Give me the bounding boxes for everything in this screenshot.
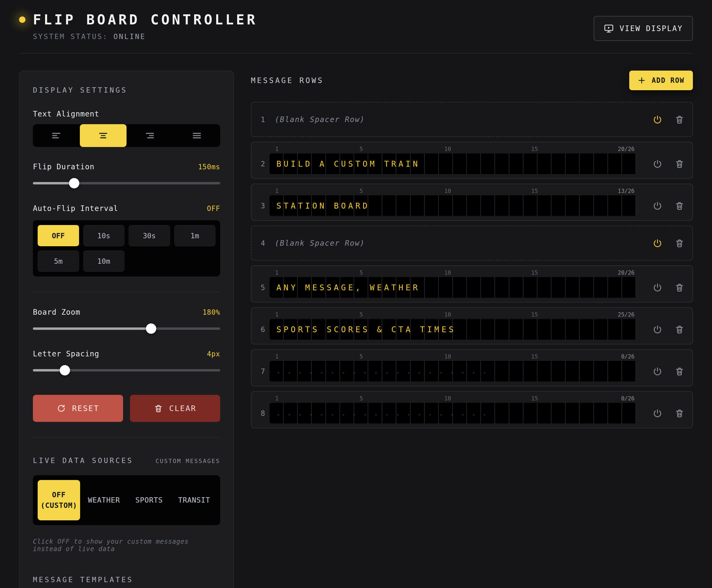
board-zoom-label: Board Zoom (33, 308, 80, 317)
row-delete-button[interactable] (675, 324, 685, 334)
clear-button[interactable]: CLEAR (130, 395, 220, 422)
ruler-mark: 10 (444, 395, 451, 402)
auto-flip-value: OFF (207, 205, 220, 212)
message-rows-title: MESSAGE ROWS (251, 76, 324, 85)
slider-thumb[interactable] (69, 178, 79, 188)
message-text-input[interactable]: BUILD A CUSTOM TRAIN (269, 153, 636, 174)
row-delete-button[interactable] (675, 201, 685, 211)
row-power-toggle[interactable] (652, 201, 662, 211)
ruler-mark: 1 (275, 146, 279, 152)
row-power-toggle[interactable] (652, 159, 662, 169)
message-text-input[interactable]: SPORTS SCORES & CTA TIMES (269, 319, 636, 340)
interval-10m-button[interactable]: 10m (83, 251, 125, 272)
row-number: 3 (261, 202, 265, 210)
row-delete-button[interactable] (675, 366, 685, 376)
row-delete-button[interactable] (675, 159, 685, 169)
row-delete-button[interactable] (675, 408, 685, 418)
source-weather-button[interactable]: WEATHER (83, 480, 125, 520)
message-text: ANY MESSAGE, WEATHER (276, 283, 420, 292)
reset-label: RESET (72, 404, 99, 413)
align-center-icon (98, 130, 108, 141)
align-left-button[interactable] (33, 124, 80, 147)
power-icon (652, 282, 662, 292)
char-count: 0/26 (621, 353, 634, 360)
source-off-custom-button[interactable]: OFF (CUSTOM) (38, 480, 80, 520)
slider-fill (33, 182, 74, 184)
message-text-input[interactable]: . . . . . . . . . . . . . . . . . . . . (269, 403, 636, 423)
system-status-value: ONLINE (113, 33, 146, 41)
flip-duration-slider[interactable] (33, 177, 220, 189)
row-number: 5 (261, 284, 265, 292)
ruler-mark: 1 (275, 353, 279, 360)
interval-off-button[interactable]: OFF (38, 225, 79, 246)
row-number: 4 (256, 239, 269, 247)
source-sports-button[interactable]: SPORTS (128, 480, 170, 520)
row-power-toggle[interactable] (652, 366, 662, 376)
header-left: FLIP BOARD CONTROLLER SYSTEM STATUS: ONL… (19, 12, 257, 41)
slider-thumb[interactable] (146, 323, 156, 334)
letter-spacing-slider[interactable] (33, 364, 220, 376)
align-right-button[interactable] (127, 124, 173, 147)
message-row: 1510150/268. . . . . . . . . . . . . . .… (251, 391, 693, 428)
board-zoom-slider[interactable] (33, 323, 220, 334)
section-divider (33, 437, 220, 438)
reset-button[interactable]: RESET (33, 395, 123, 422)
text-alignment-group (33, 124, 220, 147)
message-text-input[interactable]: STATION BOARD (269, 195, 636, 216)
power-icon (652, 159, 662, 169)
ruler-mark: 15 (531, 312, 538, 318)
flip-duration-value: 150ms (198, 163, 220, 171)
live-data-title: LIVE DATA SOURCES (33, 456, 133, 465)
message-templates-title: MESSAGE TEMPLATES (33, 575, 220, 584)
auto-flip-interval-group: OFF10s30s1m5m10m (33, 220, 220, 276)
trash-icon (675, 114, 685, 124)
ruler-mark: 10 (444, 270, 451, 276)
message-text-input[interactable]: . . . . . . . . . . . . . . . . . . . . (269, 361, 636, 382)
ruler-mark: 15 (531, 146, 538, 152)
align-justify-button[interactable] (173, 124, 220, 147)
char-count: 20/26 (618, 146, 634, 152)
row-number: 1 (256, 115, 269, 124)
character-ruler: 1510150/26 (269, 352, 636, 361)
ruler-mark: 5 (360, 353, 363, 360)
live-data-hint: Click OFF to show your custom messages i… (33, 538, 220, 553)
power-icon (652, 238, 662, 248)
row-power-toggle[interactable] (652, 324, 662, 334)
add-row-button[interactable]: ADD ROW (629, 70, 693, 90)
interval-10s-button[interactable]: 10s (83, 225, 125, 246)
align-justify-icon (192, 130, 202, 141)
ruler-mark: 10 (444, 188, 451, 194)
row-power-toggle[interactable] (652, 408, 662, 418)
source-transit-button[interactable]: TRANSIT (173, 480, 215, 520)
char-count: 0/26 (621, 395, 634, 402)
row-power-toggle[interactable] (652, 114, 662, 124)
align-center-button[interactable] (80, 124, 127, 147)
character-ruler: 1510150/26 (269, 394, 636, 403)
trash-icon (675, 282, 685, 292)
ruler-mark: 15 (531, 270, 538, 276)
view-display-button[interactable]: VIEW DISPLAY (594, 16, 693, 41)
char-count: 13/26 (618, 188, 634, 194)
row-delete-button[interactable] (675, 238, 685, 248)
header-divider (19, 53, 693, 54)
character-ruler: 15101520/26 (269, 268, 636, 277)
power-icon (652, 201, 662, 211)
interval-30s-button[interactable]: 30s (129, 225, 170, 246)
message-text-input[interactable]: ANY MESSAGE, WEATHER (269, 277, 636, 298)
ruler-mark: 1 (275, 312, 279, 318)
app-header: FLIP BOARD CONTROLLER SYSTEM STATUS: ONL… (19, 12, 693, 41)
row-power-toggle[interactable] (652, 282, 662, 292)
row-number: 6 (261, 325, 265, 334)
interval-1m-button[interactable]: 1m (174, 225, 216, 246)
slider-thumb[interactable] (60, 365, 70, 376)
row-delete-button[interactable] (675, 114, 685, 124)
ruler-mark: 5 (360, 312, 363, 318)
interval-5m-button[interactable]: 5m (38, 251, 79, 272)
character-ruler: 15101525/26 (269, 310, 636, 319)
character-ruler: 15101520/26 (269, 144, 636, 153)
row-delete-button[interactable] (675, 282, 685, 292)
char-count: 25/26 (618, 312, 634, 318)
trash-icon (675, 201, 685, 211)
row-power-toggle[interactable] (652, 238, 662, 248)
message-rows-list: 1(Blank Spacer Row)15101520/262BUILD A C… (251, 102, 693, 428)
